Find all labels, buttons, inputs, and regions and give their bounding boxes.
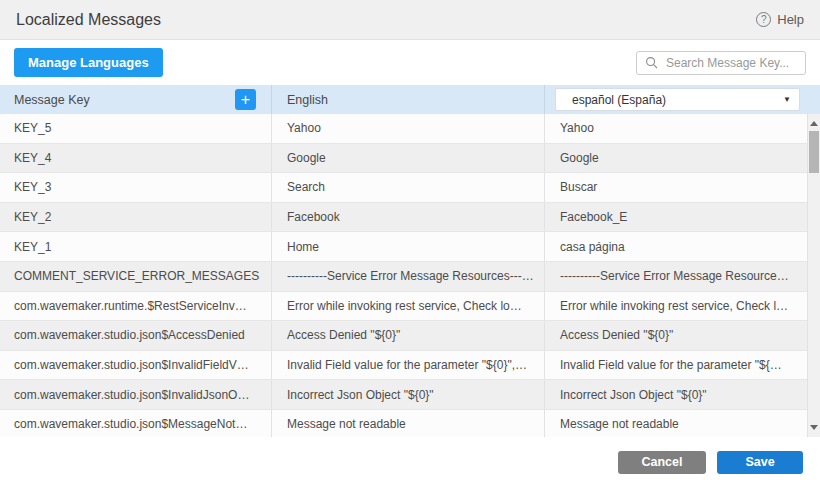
footer: Cancel Save xyxy=(0,437,820,487)
title-bar: Localized Messages ? Help xyxy=(0,0,820,40)
table-row: com.wavemaker.studio.json$InvalidFieldV…… xyxy=(0,351,820,381)
cell-english[interactable]: Search xyxy=(272,173,545,202)
help-button[interactable]: ? Help xyxy=(756,12,804,27)
table-row: com.wavemaker.studio.json$AccessDeniedAc… xyxy=(0,321,820,351)
cell-translation[interactable]: Facebook_E xyxy=(545,203,820,232)
table-row: KEY_1Homecasa página xyxy=(0,232,820,262)
cell-translation[interactable]: Buscar xyxy=(545,173,820,202)
english-label: English xyxy=(287,93,328,107)
column-header-language: español (España) ▼ xyxy=(545,85,820,114)
table-row: com.wavemaker.studio.json$InvalidJsonO…I… xyxy=(0,380,820,410)
cell-translation[interactable]: Google xyxy=(545,144,820,173)
cell-english[interactable]: Message not readable xyxy=(272,410,545,437)
cell-key[interactable]: com.wavemaker.studio.json$InvalidJsonO… xyxy=(0,380,272,409)
table-row: KEY_4GoogleGoogle xyxy=(0,144,820,174)
language-select-value: español (España) xyxy=(572,93,666,107)
cell-english[interactable]: ----------Service Error Message Resource… xyxy=(272,262,545,291)
cell-english[interactable]: Google xyxy=(272,144,545,173)
cell-translation[interactable]: Error while invoking rest service, Check… xyxy=(545,292,820,321)
table-row: KEY_2FacebookFacebook_E xyxy=(0,203,820,233)
scroll-up-icon[interactable] xyxy=(810,121,818,126)
table-rows: KEY_5YahooYahooKEY_4GoogleGoogleKEY_3Sea… xyxy=(0,114,820,437)
message-key-label: Message Key xyxy=(14,93,90,107)
table-row: COMMENT_SERVICE_ERROR_MESSAGES----------… xyxy=(0,262,820,292)
cell-key[interactable]: COMMENT_SERVICE_ERROR_MESSAGES xyxy=(0,262,272,291)
column-header-message-key: Message Key + xyxy=(0,85,272,114)
chevron-down-icon: ▼ xyxy=(783,95,791,104)
cell-key[interactable]: KEY_3 xyxy=(0,173,272,202)
search-input[interactable] xyxy=(664,55,797,71)
table-header: Message Key + English español (España) ▼ xyxy=(0,85,820,114)
column-header-english: English xyxy=(272,85,545,114)
cell-key[interactable]: com.wavemaker.studio.json$AccessDenied xyxy=(0,321,272,350)
cell-translation[interactable]: casa página xyxy=(545,232,820,261)
cell-english[interactable]: Incorrect Json Object "${0}" xyxy=(272,380,545,409)
cell-key[interactable]: com.wavemaker.runtime.$RestServiceInv… xyxy=(0,292,272,321)
cell-english[interactable]: Access Denied "${0}" xyxy=(272,321,545,350)
cell-key[interactable]: com.wavemaker.studio.json$MessageNot… xyxy=(0,410,272,437)
plus-icon: + xyxy=(241,91,250,108)
search-box[interactable] xyxy=(636,51,806,75)
page-title: Localized Messages xyxy=(16,11,161,29)
cell-translation[interactable]: Incorrect Json Object "${0}" xyxy=(545,380,820,409)
cell-translation[interactable]: Access Denied "${0}" xyxy=(545,321,820,350)
cell-english[interactable]: Facebook xyxy=(272,203,545,232)
manage-languages-button[interactable]: Manage Languages xyxy=(14,48,163,77)
table-row: com.wavemaker.studio.json$MessageNot…Mes… xyxy=(0,410,820,437)
cell-key[interactable]: KEY_5 xyxy=(0,114,272,143)
cell-key[interactable]: KEY_2 xyxy=(0,203,272,232)
scrollbar-thumb[interactable] xyxy=(809,131,819,173)
cell-translation[interactable]: Invalid Field value for the parameter "$… xyxy=(545,351,820,380)
cell-key[interactable]: KEY_4 xyxy=(0,144,272,173)
cell-key[interactable]: KEY_1 xyxy=(0,232,272,261)
table-row: KEY_5YahooYahoo xyxy=(0,114,820,144)
table-row: KEY_3SearchBuscar xyxy=(0,173,820,203)
save-button[interactable]: Save xyxy=(717,451,803,474)
toolbar: Manage Languages xyxy=(0,40,820,85)
cell-translation[interactable]: Yahoo xyxy=(545,114,820,143)
cell-translation[interactable]: Message not readable xyxy=(545,410,820,437)
scroll-down-icon[interactable] xyxy=(810,425,818,430)
help-label: Help xyxy=(777,12,804,27)
cancel-button[interactable]: Cancel xyxy=(618,451,706,474)
help-icon: ? xyxy=(756,12,771,27)
cell-english[interactable]: Yahoo xyxy=(272,114,545,143)
cell-translation[interactable]: ----------Service Error Message Resource… xyxy=(545,262,820,291)
search-icon xyxy=(645,56,658,69)
vertical-scrollbar[interactable] xyxy=(807,114,820,437)
localized-messages-dialog: Localized Messages ? Help Manage Languag… xyxy=(0,0,820,487)
table-body: KEY_5YahooYahooKEY_4GoogleGoogleKEY_3Sea… xyxy=(0,114,820,437)
cell-key[interactable]: com.wavemaker.studio.json$InvalidFieldV… xyxy=(0,351,272,380)
table-row: com.wavemaker.runtime.$RestServiceInv…Er… xyxy=(0,292,820,322)
cell-english[interactable]: Home xyxy=(272,232,545,261)
cell-english[interactable]: Invalid Field value for the parameter "$… xyxy=(272,351,545,380)
add-key-button[interactable]: + xyxy=(235,89,256,110)
language-select[interactable]: español (España) ▼ xyxy=(555,88,800,111)
cell-english[interactable]: Error while invoking rest service, Check… xyxy=(272,292,545,321)
